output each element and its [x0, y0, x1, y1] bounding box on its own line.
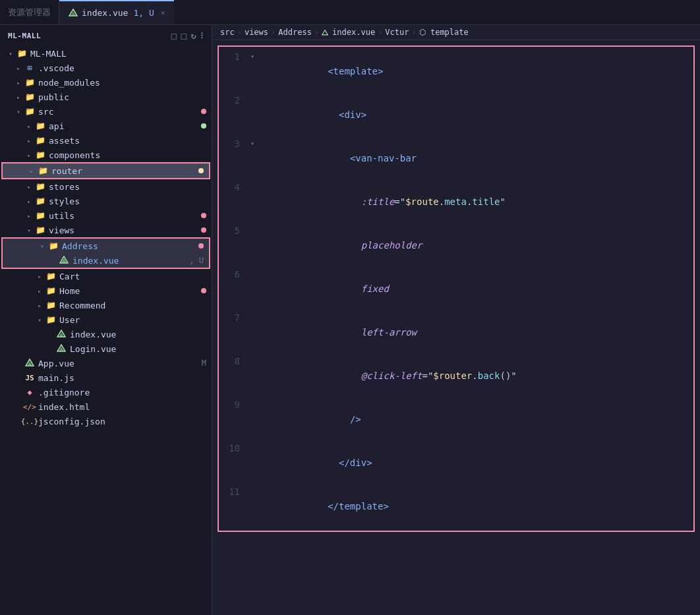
chevron-right-icon: ▸ — [34, 271, 45, 281]
html-icon: </> — [24, 401, 36, 413]
code-line-9: 9 /> — [219, 397, 693, 441]
tree-item-gitignore[interactable]: ◆ .gitignore — [0, 385, 212, 399]
vue-file-icon — [55, 328, 67, 340]
tree-item-address[interactable]: ▾ 📁 Address — [3, 239, 209, 253]
tree-label-recommend: Recommend — [59, 301, 212, 310]
tree-item-jsconfig-json[interactable]: {..} jsconfig.json — [0, 414, 212, 428]
code-editor[interactable]: 1 ▾ <template> 2 <div> 3 — [212, 40, 700, 615]
tree-item-recommend[interactable]: ▸ 📁 Recommend — [0, 298, 212, 312]
tree-label-router: router — [51, 166, 198, 176]
tree-item-vscode[interactable]: ▸ ⊞ .vscode — [0, 61, 212, 75]
index-vue-modified: , U — [189, 256, 204, 265]
router-badge — [198, 168, 204, 173]
folder-icon: 📁 — [34, 149, 46, 161]
chevron-right-icon: ▸ — [24, 196, 34, 206]
breadcrumb: src › views › Address › index.vue › Vctu… — [212, 25, 700, 40]
tab-modified: 1, U — [133, 8, 154, 18]
tree-label-user-index: index.vue — [70, 330, 212, 339]
chevron-down-icon: ▾ — [34, 314, 45, 325]
vue-tab-icon — [69, 9, 78, 18]
sidebar: ML-MALL □ □ ↻ ⁝ ▾ 📁 ML-MALL ▸ ⊞ .vscode … — [0, 25, 212, 615]
address-red-outline: ▾ 📁 Address index.vue , U — [1, 237, 210, 269]
chevron-right-icon: ▸ — [34, 285, 45, 296]
folder-icon: 📁 — [24, 91, 36, 103]
tree-item-styles[interactable]: ▸ 📁 styles — [0, 194, 212, 208]
chevron-right-icon: ▸ — [24, 181, 34, 192]
js-file-icon: JS — [24, 372, 36, 384]
tree-item-home[interactable]: ▸ 📁 Home — [0, 283, 212, 298]
code-line-11: 11 </template> — [219, 484, 693, 528]
main-area: ML-MALL □ □ ↻ ⁝ ▾ 📁 ML-MALL ▸ ⊞ .vscode … — [0, 25, 700, 615]
tree-item-index-html[interactable]: </> index.html — [0, 399, 212, 414]
new-folder-icon[interactable]: □ — [181, 30, 187, 41]
folder-icon: 📁 — [34, 120, 46, 132]
tree-item-router[interactable]: ▸ 📁 router — [3, 163, 209, 178]
tree-label-address: Address — [62, 241, 198, 251]
svg-marker-10 — [322, 30, 328, 34]
vue-file-icon — [24, 357, 36, 369]
tree-label-index-html: index.html — [38, 402, 212, 412]
new-file-icon[interactable]: □ — [171, 30, 177, 41]
tree-item-assets[interactable]: ▸ 📁 assets — [0, 133, 212, 148]
tree-label-styles: styles — [49, 196, 212, 206]
tree-item-components[interactable]: ▸ 📁 components — [0, 148, 212, 162]
src-badge — [201, 109, 206, 114]
tree-item-node-modules[interactable]: ▸ 📁 node_modules — [0, 75, 212, 90]
utils-badge — [201, 213, 206, 218]
chevron-right-icon: ▸ — [13, 92, 24, 102]
tree-item-views[interactable]: ▾ 📁 views — [0, 223, 212, 237]
explorer-label: 资源管理器 — [8, 7, 51, 18]
router-red-outline: ▸ 📁 router — [1, 162, 210, 179]
editor-area: src › views › Address › index.vue › Vctu… — [212, 25, 700, 615]
tree-item-api[interactable]: ▸ 📁 api — [0, 119, 212, 133]
tab-close-button[interactable]: × — [161, 9, 165, 17]
tree-label-index-vue: index.vue — [73, 256, 189, 266]
code-line-8: 8 @click-left="$router.back()" — [219, 354, 693, 397]
tree-label-ml-mall: ML-MALL — [30, 49, 212, 59]
breadcrumb-src: src — [220, 28, 235, 37]
tree-item-login-vue[interactable]: Login.vue — [0, 341, 212, 356]
tree-item-cart[interactable]: ▸ 📁 Cart — [0, 269, 212, 283]
folder-icon: 📁 — [37, 165, 49, 177]
folder-icon: 📁 — [47, 240, 59, 252]
chevron-right-icon: ▸ — [26, 165, 37, 176]
tree-item-utils[interactable]: ▸ 📁 utils — [0, 208, 212, 223]
code-line-6: 6 fixed — [219, 267, 693, 310]
collapse-icon[interactable]: ⁝ — [200, 30, 204, 41]
tree-item-user-index-vue[interactable]: index.vue — [0, 327, 212, 341]
tree-item-ml-mall[interactable]: ▾ 📁 ML-MALL — [0, 46, 212, 61]
tree-item-main-js[interactable]: JS main.js — [0, 370, 212, 385]
tree-label-cart: Cart — [59, 272, 212, 281]
tree-label-components: components — [49, 150, 212, 160]
address-badge — [198, 243, 204, 249]
folder-icon: 📁 — [45, 299, 57, 311]
sidebar-header: ML-MALL □ □ ↻ ⁝ — [0, 25, 212, 46]
views-badge — [201, 227, 206, 233]
code-line-2: 2 <div> — [219, 93, 693, 136]
chevron-down-icon: ▾ — [24, 225, 34, 235]
breadcrumb-template: ⬡ template — [419, 28, 469, 37]
refresh-icon[interactable]: ↻ — [190, 30, 196, 41]
tree-label-gitignore: .gitignore — [38, 388, 212, 397]
tree-item-stores[interactable]: ▸ 📁 stores — [0, 179, 212, 194]
tree-item-user[interactable]: ▾ 📁 User — [0, 312, 212, 327]
git-icon: ◆ — [24, 386, 36, 398]
tree-item-index-vue[interactable]: index.vue , U — [3, 253, 209, 268]
tree-label-login: Login.vue — [70, 344, 212, 354]
tree-item-src[interactable]: ▾ 📁 src — [0, 104, 212, 119]
chevron-right-icon: ▸ — [24, 121, 34, 131]
chevron-right-icon: ▸ — [13, 63, 24, 73]
chevron-down-icon: ▾ — [37, 241, 47, 251]
home-badge — [201, 288, 206, 293]
index-vue-tab[interactable]: index.vue 1, U × — [59, 0, 174, 24]
folder-icon: 📁 — [34, 210, 46, 221]
code-line-1: 1 ▾ <template> — [219, 49, 693, 93]
api-badge — [201, 123, 206, 129]
tree-item-app-vue[interactable]: App.vue M — [0, 356, 212, 370]
folder-icon: 📁 — [45, 285, 57, 297]
tree-item-public[interactable]: ▸ 📁 public — [0, 90, 212, 104]
chevron-right-icon: ▸ — [13, 77, 24, 88]
folder-icon: 📁 — [34, 181, 46, 192]
tree-label-api: api — [49, 121, 201, 131]
code-line-7: 7 left-arrow — [219, 310, 693, 354]
